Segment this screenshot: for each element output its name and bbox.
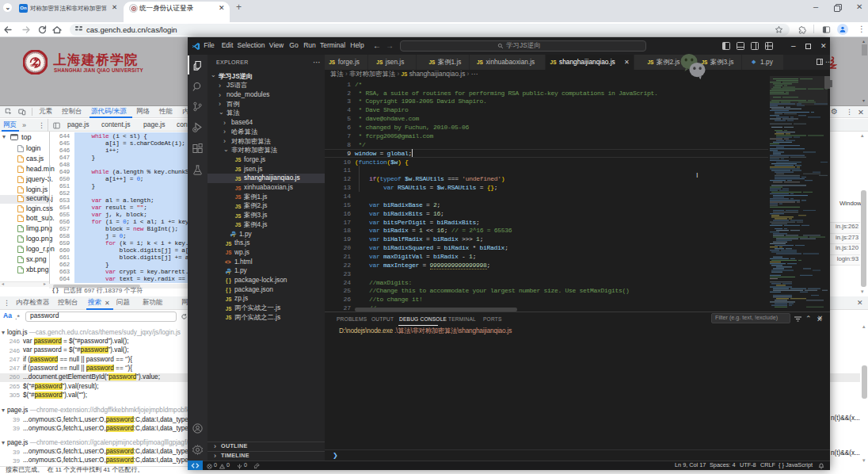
svg-text:GENCH: GENCH bbox=[30, 64, 40, 67]
